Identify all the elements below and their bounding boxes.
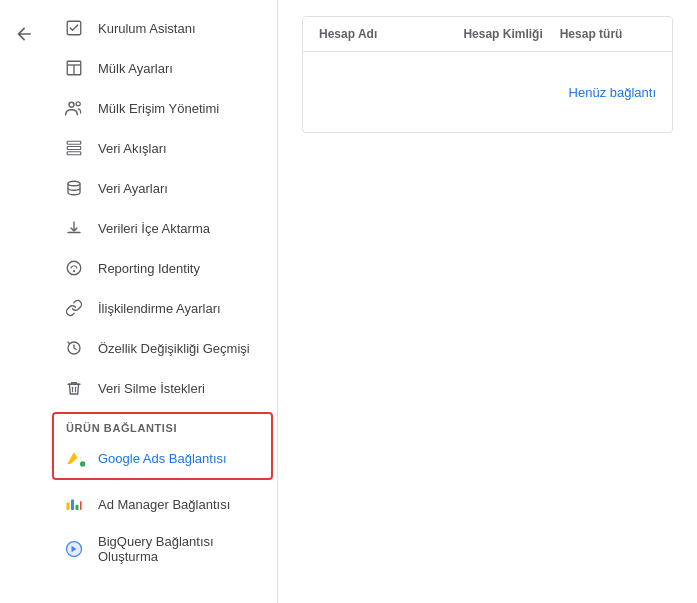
svg-rect-8	[67, 152, 81, 155]
svg-point-9	[68, 181, 80, 186]
sidebar-item-bigquery-label: BigQuery Bağlantısı Oluşturma	[98, 534, 261, 564]
google-ads-icon	[66, 448, 86, 468]
table-header: Hesap Adı Hesap Kimliği Hesap türü	[303, 17, 672, 52]
svg-point-10	[67, 261, 81, 275]
sidebar-item-reporting-identity[interactable]: Reporting Identity	[48, 248, 277, 288]
sidebar-item-ad-manager[interactable]: Ad Manager Bağlantısı	[48, 484, 277, 524]
svg-rect-6	[67, 141, 81, 144]
sidebar-item-bigquery[interactable]: BigQuery Bağlantısı Oluşturma	[48, 524, 277, 574]
col-hesap-kimligi: Hesap Kimliği	[463, 27, 559, 41]
import-icon	[64, 218, 84, 238]
reporting-icon	[64, 258, 84, 278]
empty-message: Henüz bağlantı	[569, 85, 656, 100]
sidebar-item-veri-silme[interactable]: Veri Silme İstekleri	[48, 368, 277, 408]
link-icon	[64, 298, 84, 318]
database-icon	[64, 178, 84, 198]
people-icon	[64, 98, 84, 118]
svg-rect-18	[76, 505, 79, 510]
sidebar-item-google-ads[interactable]: Google Ads Bağlantısı	[54, 438, 271, 478]
sidebar-item-veri-akislari-label: Veri Akışları	[98, 141, 261, 156]
col-hesap-adi: Hesap Adı	[319, 27, 463, 41]
sidebar-item-verileri-ice-label: Verileri İçe Aktarma	[98, 221, 261, 236]
sidebar-item-mulk-erisim[interactable]: Mülk Erişim Yönetimi	[48, 88, 277, 128]
sidebar: Kurulum Asistanı Mülk Ayarları	[48, 0, 278, 603]
product-section-label: ÜRÜN BAĞLANTISI	[54, 414, 271, 438]
svg-point-5	[76, 102, 80, 106]
sidebar-item-veri-silme-label: Veri Silme İstekleri	[98, 381, 261, 396]
sidebar-item-veri-ayarlari-label: Veri Ayarları	[98, 181, 261, 196]
sidebar-item-veri-ayarlari[interactable]: Veri Ayarları	[48, 168, 277, 208]
sidebar-item-ad-manager-label: Ad Manager Bağlantısı	[98, 497, 261, 512]
delete-icon	[64, 378, 84, 398]
sidebar-item-kurulum[interactable]: Kurulum Asistanı	[48, 8, 277, 48]
sidebar-item-ozellik-degisikligi[interactable]: Özellik Değişikliği Geçmişi	[48, 328, 277, 368]
sidebar-item-reporting-identity-label: Reporting Identity	[98, 261, 261, 276]
sidebar-item-mulk-ayarlari-label: Mülk Ayarları	[98, 61, 261, 76]
svg-rect-7	[67, 147, 81, 150]
svg-point-4	[69, 102, 74, 107]
window-icon	[64, 58, 84, 78]
sidebar-item-ozellik-degisikligi-label: Özellik Değişikliği Geçmişi	[98, 341, 261, 356]
history-icon	[64, 338, 84, 358]
svg-rect-19	[80, 501, 82, 510]
back-button[interactable]	[8, 18, 40, 50]
sidebar-item-google-ads-label: Google Ads Bağlantısı	[98, 451, 259, 466]
svg-point-15	[80, 461, 85, 466]
svg-point-11	[73, 270, 75, 272]
svg-rect-17	[71, 500, 74, 511]
sidebar-item-iliskilendirme[interactable]: İlişkilendirme Ayarları	[48, 288, 277, 328]
svg-rect-16	[67, 503, 70, 511]
ad-manager-icon	[64, 494, 84, 514]
streams-icon	[64, 138, 84, 158]
sidebar-item-verileri-ice[interactable]: Verileri İçe Aktarma	[48, 208, 277, 248]
table-body: Henüz bağlantı	[303, 52, 672, 132]
bigquery-icon	[64, 539, 84, 559]
check-square-icon	[64, 18, 84, 38]
main-content: Hesap Adı Hesap Kimliği Hesap türü Henüz…	[278, 0, 697, 603]
sidebar-item-iliskilendirme-label: İlişkilendirme Ayarları	[98, 301, 261, 316]
col-hesap-turu: Hesap türü	[560, 27, 656, 41]
accounts-table: Hesap Adı Hesap Kimliği Hesap türü Henüz…	[302, 16, 673, 133]
sidebar-item-mulk-ayarlari[interactable]: Mülk Ayarları	[48, 48, 277, 88]
sidebar-item-veri-akislari[interactable]: Veri Akışları	[48, 128, 277, 168]
sidebar-item-kurulum-label: Kurulum Asistanı	[98, 21, 261, 36]
sidebar-item-mulk-erisim-label: Mülk Erişim Yönetimi	[98, 101, 261, 116]
